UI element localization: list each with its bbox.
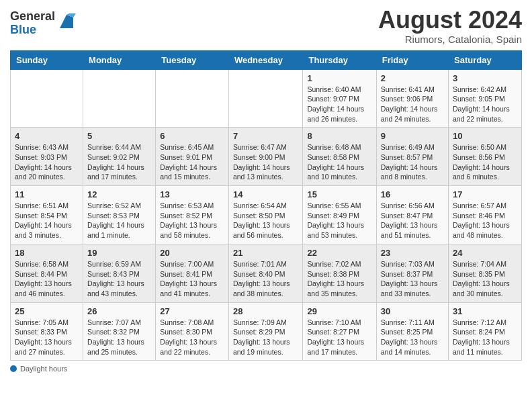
day-info: Sunrise: 6:40 AM Sunset: 9:07 PM Dayligh… (307, 85, 371, 124)
calendar-cell: 16Sunrise: 6:56 AM Sunset: 8:47 PM Dayli… (376, 186, 448, 244)
calendar-cell: 17Sunrise: 6:57 AM Sunset: 8:46 PM Dayli… (449, 186, 522, 244)
day-number: 4 (15, 131, 79, 141)
calendar-cell: 14Sunrise: 6:54 AM Sunset: 8:50 PM Dayli… (228, 186, 303, 244)
calendar-cell (156, 69, 229, 128)
day-number: 2 (381, 73, 444, 83)
calendar-cell: 26Sunrise: 7:07 AM Sunset: 8:32 PM Dayli… (83, 302, 156, 361)
day-number: 28 (233, 306, 299, 316)
svg-marker-0 (60, 15, 73, 28)
calendar-table: SundayMondayTuesdayWednesdayThursdayFrid… (10, 50, 522, 361)
day-number: 17 (453, 189, 517, 199)
logo-icon (57, 12, 76, 31)
calendar-cell: 19Sunrise: 6:59 AM Sunset: 8:43 PM Dayli… (83, 244, 156, 302)
logo: General Blue (10, 10, 76, 37)
day-info: Sunrise: 6:42 AM Sunset: 9:05 PM Dayligh… (453, 85, 517, 124)
calendar-cell: 3Sunrise: 6:42 AM Sunset: 9:05 PM Daylig… (449, 69, 522, 128)
calendar-cell: 9Sunrise: 6:49 AM Sunset: 8:57 PM Daylig… (376, 128, 448, 186)
logo-blue: Blue (10, 23, 36, 36)
day-number: 18 (15, 248, 79, 258)
calendar-cell: 29Sunrise: 7:10 AM Sunset: 8:27 PM Dayli… (303, 302, 376, 361)
day-info: Sunrise: 7:05 AM Sunset: 8:33 PM Dayligh… (15, 318, 79, 357)
day-info: Sunrise: 6:53 AM Sunset: 8:52 PM Dayligh… (160, 201, 224, 240)
day-info: Sunrise: 6:43 AM Sunset: 9:03 PM Dayligh… (15, 142, 79, 182)
calendar-cell: 12Sunrise: 6:52 AM Sunset: 8:53 PM Dayli… (83, 186, 156, 244)
location: Riumors, Catalonia, Spain (378, 34, 522, 45)
calendar-cell: 11Sunrise: 6:51 AM Sunset: 8:54 PM Dayli… (11, 186, 83, 244)
day-info: Sunrise: 6:56 AM Sunset: 8:47 PM Dayligh… (381, 201, 444, 240)
day-number: 22 (307, 248, 371, 258)
calendar-cell: 20Sunrise: 7:00 AM Sunset: 8:41 PM Dayli… (156, 244, 229, 302)
day-info: Sunrise: 7:12 AM Sunset: 8:24 PM Dayligh… (453, 318, 517, 357)
day-info: Sunrise: 7:02 AM Sunset: 8:38 PM Dayligh… (307, 259, 371, 299)
day-number: 21 (233, 248, 299, 258)
day-number: 20 (160, 248, 224, 258)
day-info: Sunrise: 6:44 AM Sunset: 9:02 PM Dayligh… (87, 142, 151, 182)
day-number: 29 (307, 306, 371, 316)
day-info: Sunrise: 6:54 AM Sunset: 8:50 PM Dayligh… (233, 201, 299, 240)
title-block: August 2024 Riumors, Catalonia, Spain (378, 7, 522, 45)
calendar-week-row: 1Sunrise: 6:40 AM Sunset: 9:07 PM Daylig… (11, 69, 522, 128)
calendar-week-row: 4Sunrise: 6:43 AM Sunset: 9:03 PM Daylig… (11, 128, 522, 186)
day-number: 8 (307, 131, 371, 141)
day-info: Sunrise: 6:50 AM Sunset: 8:56 PM Dayligh… (453, 142, 517, 182)
day-info: Sunrise: 7:04 AM Sunset: 8:35 PM Dayligh… (453, 259, 517, 299)
footer-dot (10, 365, 17, 372)
calendar-cell: 28Sunrise: 7:09 AM Sunset: 8:29 PM Dayli… (228, 302, 303, 361)
day-number: 23 (381, 248, 444, 258)
month-year: August 2024 (378, 7, 522, 34)
calendar-cell: 1Sunrise: 6:40 AM Sunset: 9:07 PM Daylig… (303, 69, 376, 128)
calendar-day-header: Sunday (11, 50, 83, 69)
calendar-day-header: Thursday (303, 50, 376, 69)
day-number: 11 (15, 189, 79, 199)
footer-label: Daylight hours (20, 365, 67, 373)
calendar-cell: 15Sunrise: 6:55 AM Sunset: 8:49 PM Dayli… (303, 186, 376, 244)
calendar-cell: 23Sunrise: 7:03 AM Sunset: 8:37 PM Dayli… (376, 244, 448, 302)
calendar-cell: 21Sunrise: 7:01 AM Sunset: 8:40 PM Dayli… (228, 244, 303, 302)
day-number: 3 (453, 73, 517, 83)
day-number: 5 (87, 131, 151, 141)
day-info: Sunrise: 6:45 AM Sunset: 9:01 PM Dayligh… (160, 142, 224, 182)
calendar-cell: 25Sunrise: 7:05 AM Sunset: 8:33 PM Dayli… (11, 302, 83, 361)
day-info: Sunrise: 6:57 AM Sunset: 8:46 PM Dayligh… (453, 201, 517, 240)
calendar-cell: 2Sunrise: 6:41 AM Sunset: 9:06 PM Daylig… (376, 69, 448, 128)
day-number: 25 (15, 306, 79, 316)
day-number: 9 (381, 131, 444, 141)
day-info: Sunrise: 7:07 AM Sunset: 8:32 PM Dayligh… (87, 318, 151, 357)
day-number: 16 (381, 189, 444, 199)
calendar-day-header: Friday (376, 50, 448, 69)
day-info: Sunrise: 6:47 AM Sunset: 9:00 PM Dayligh… (233, 142, 299, 182)
day-info: Sunrise: 7:11 AM Sunset: 8:25 PM Dayligh… (381, 318, 444, 357)
day-number: 27 (160, 306, 224, 316)
day-number: 14 (233, 189, 299, 199)
day-number: 24 (453, 248, 517, 258)
day-number: 26 (87, 306, 151, 316)
calendar-cell: 5Sunrise: 6:44 AM Sunset: 9:02 PM Daylig… (83, 128, 156, 186)
calendar-day-header: Saturday (449, 50, 522, 69)
calendar-cell: 27Sunrise: 7:08 AM Sunset: 8:30 PM Dayli… (156, 302, 229, 361)
calendar-cell (228, 69, 303, 128)
day-info: Sunrise: 6:55 AM Sunset: 8:49 PM Dayligh… (307, 201, 371, 240)
calendar-cell: 30Sunrise: 7:11 AM Sunset: 8:25 PM Dayli… (376, 302, 448, 361)
calendar-cell: 8Sunrise: 6:48 AM Sunset: 8:58 PM Daylig… (303, 128, 376, 186)
day-info: Sunrise: 6:51 AM Sunset: 8:54 PM Dayligh… (15, 201, 79, 240)
day-info: Sunrise: 7:00 AM Sunset: 8:41 PM Dayligh… (160, 259, 224, 299)
calendar-cell (11, 69, 83, 128)
day-info: Sunrise: 6:49 AM Sunset: 8:57 PM Dayligh… (381, 142, 444, 182)
calendar-week-row: 11Sunrise: 6:51 AM Sunset: 8:54 PM Dayli… (11, 186, 522, 244)
calendar-week-row: 25Sunrise: 7:05 AM Sunset: 8:33 PM Dayli… (11, 302, 522, 361)
calendar-cell: 18Sunrise: 6:58 AM Sunset: 8:44 PM Dayli… (11, 244, 83, 302)
logo-text: General Blue (10, 10, 55, 37)
logo-general: General (10, 9, 55, 23)
calendar-cell: 31Sunrise: 7:12 AM Sunset: 8:24 PM Dayli… (449, 302, 522, 361)
day-info: Sunrise: 7:10 AM Sunset: 8:27 PM Dayligh… (307, 318, 371, 357)
day-number: 1 (307, 73, 371, 83)
calendar-header-row: SundayMondayTuesdayWednesdayThursdayFrid… (11, 50, 522, 69)
day-number: 6 (160, 131, 224, 141)
day-info: Sunrise: 7:09 AM Sunset: 8:29 PM Dayligh… (233, 318, 299, 357)
day-info: Sunrise: 7:01 AM Sunset: 8:40 PM Dayligh… (233, 259, 299, 299)
day-info: Sunrise: 6:41 AM Sunset: 9:06 PM Dayligh… (381, 85, 444, 124)
day-info: Sunrise: 7:03 AM Sunset: 8:37 PM Dayligh… (381, 259, 444, 299)
day-number: 31 (453, 306, 517, 316)
day-info: Sunrise: 6:48 AM Sunset: 8:58 PM Dayligh… (307, 142, 371, 182)
day-number: 7 (233, 131, 299, 141)
